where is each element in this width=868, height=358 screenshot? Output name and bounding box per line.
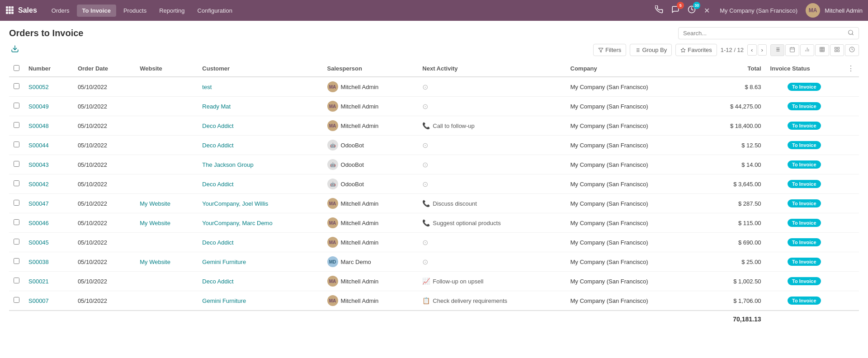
search-bar[interactable] [678,27,859,39]
website-link[interactable]: My Website [140,259,170,265]
order-number-cell: S00046 [24,213,73,233]
select-all-checkbox[interactable] [14,65,19,71]
favorites-label: Favorites [688,47,712,53]
row-checkbox[interactable] [14,122,19,128]
row-checkbox[interactable] [14,180,19,186]
row-checkbox-cell[interactable] [9,233,24,252]
row-checkbox[interactable] [14,297,19,303]
row-checkbox[interactable] [14,141,19,147]
order-link[interactable]: S00044 [28,142,49,149]
row-checkbox-cell[interactable] [9,291,24,311]
customer-link[interactable]: Gemini Furniture [202,259,246,265]
messages-icon-btn[interactable]: 5 [670,4,681,17]
invoice-status-badge: To Invoice [788,219,821,227]
clock-icon-btn[interactable]: 30 [686,4,698,17]
row-checkbox[interactable] [14,200,19,206]
grid-menu-icon[interactable] [5,6,14,15]
col-total[interactable]: Total [703,61,766,77]
row-checkbox[interactable] [14,83,19,89]
activity-label: Call to follow-up [433,122,475,129]
filters-button[interactable]: Filters [593,44,626,56]
close-icon-btn[interactable]: ✕ [702,5,712,17]
search-icon[interactable] [848,29,854,37]
order-link[interactable]: S00043 [28,161,49,168]
nav-orders[interactable]: Orders [46,5,75,17]
customer-link[interactable]: Deco Addict [202,278,233,285]
nav-reporting[interactable]: Reporting [154,5,190,17]
customer-link[interactable]: The Jackson Group [202,161,253,168]
customer-link[interactable]: test [202,84,212,90]
order-link[interactable]: S00052 [28,84,49,90]
order-link[interactable]: S00047 [28,200,49,207]
col-next-activity[interactable]: Next Activity [418,61,566,77]
row-checkbox[interactable] [14,219,19,225]
order-link[interactable]: S00038 [28,259,49,265]
nav-to-invoice[interactable]: To Invoice [77,5,116,17]
order-link[interactable]: S00048 [28,122,49,129]
customer-link[interactable]: Ready Mat [202,103,231,110]
website-link[interactable]: My Website [140,200,170,207]
user-avatar[interactable]: MA [806,3,820,18]
order-link[interactable]: S00007 [28,297,49,304]
row-checkbox-cell[interactable] [9,194,24,213]
kanban-view-button[interactable] [830,44,844,56]
col-order-date[interactable]: Order Date [73,61,135,77]
customer-link[interactable]: Deco Addict [202,122,233,129]
order-link[interactable]: S00049 [28,103,49,110]
row-checkbox[interactable] [14,258,19,264]
row-checkbox-cell[interactable] [9,155,24,174]
table-row: S00052 05/10/2022 test MA Mitchell Admin… [9,77,859,97]
row-checkbox-cell[interactable] [9,272,24,291]
col-customer[interactable]: Customer [198,61,322,77]
calendar-view-button[interactable] [785,44,799,56]
order-link[interactable]: S00046 [28,220,49,226]
row-checkbox[interactable] [14,278,19,283]
company-name[interactable]: My Company (San Francisco) [720,7,797,14]
next-page-button[interactable]: › [758,44,767,56]
nav-configuration[interactable]: Configuration [192,5,238,17]
customer-link[interactable]: YourCompany, Joel Willis [202,200,268,207]
nav-products[interactable]: Products [118,5,152,17]
search-input[interactable] [683,30,848,37]
customer-link[interactable]: YourCompany, Marc Demo [202,220,272,226]
row-checkbox[interactable] [14,161,19,167]
row-checkbox-cell[interactable] [9,174,24,194]
row-checkbox-cell[interactable] [9,97,24,116]
app-brand[interactable]: Sales [18,6,37,14]
customer-link[interactable]: Deco Addict [202,181,233,188]
table-view-button[interactable] [815,44,829,56]
customer-link[interactable]: Deco Addict [202,142,233,149]
row-checkbox[interactable] [14,103,19,108]
col-invoice-status[interactable]: Invoice Status [766,61,843,77]
clock-view-button[interactable] [845,44,859,56]
row-options-cell [843,155,859,174]
order-link[interactable]: S00021 [28,278,49,285]
customer-link[interactable]: Deco Addict [202,239,233,246]
row-checkbox[interactable] [14,239,19,245]
table-row: S00021 05/10/2022 Deco Addict MA Mitchel… [9,272,859,291]
order-link[interactable]: S00042 [28,181,49,188]
row-checkbox-cell[interactable] [9,213,24,233]
bar-chart-view-button[interactable] [800,44,814,56]
website-link[interactable]: My Website [140,220,170,226]
prev-page-button[interactable]: ‹ [747,44,756,56]
download-button[interactable] [9,43,21,57]
col-company[interactable]: Company [566,61,703,77]
list-view-button[interactable] [770,44,784,56]
favorites-button[interactable]: Favorites [675,44,717,56]
phone-icon-btn[interactable] [653,4,665,17]
customer-link[interactable]: Gemini Furniture [202,297,246,304]
col-salesperson[interactable]: Salesperson [323,61,418,77]
row-checkbox-cell[interactable] [9,77,24,97]
row-checkbox-cell[interactable] [9,136,24,155]
row-checkbox-cell[interactable] [9,116,24,136]
column-options-button[interactable]: ⋮ [847,64,854,73]
order-link[interactable]: S00045 [28,239,49,246]
row-checkbox-cell[interactable] [9,252,24,272]
table-row: S00043 05/10/2022 The Jackson Group 🤖 Od… [9,155,859,174]
groupby-button[interactable]: Group By [630,44,672,56]
select-all-header[interactable] [9,61,24,77]
col-website[interactable]: Website [135,61,198,77]
col-number[interactable]: Number [24,61,73,77]
salesperson-cell: 🤖 OdooBot [323,136,418,155]
